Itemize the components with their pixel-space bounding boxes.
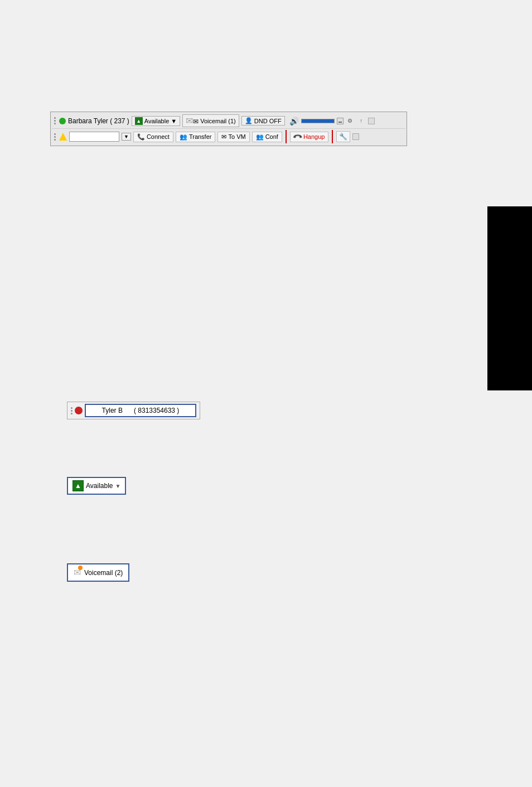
tovm-button[interactable]: ✉ To VM [217, 132, 249, 142]
available-person-icon: ▲ [72, 480, 84, 491]
call-drag-handle[interactable] [71, 407, 72, 414]
call-status-dot [75, 407, 83, 414]
conf-icon: 👥 [256, 133, 264, 141]
alert-icon [59, 133, 67, 141]
dial-dropdown[interactable]: ▼ [122, 133, 131, 141]
tools-icon-2[interactable]: ↑ [357, 117, 366, 125]
action-drag-handle[interactable] [54, 133, 56, 141]
caller-name: Tyler B [102, 407, 123, 414]
voicemail-label: Voicemail (1) [200, 118, 236, 124]
hangup-button[interactable]: 📞 Hangup [290, 132, 329, 142]
voicemail-icon-wrap: ✉ [74, 567, 81, 578]
transfer-label: Transfer [189, 133, 212, 140]
voicemail-widget[interactable]: ✉ Voicemail (2) [67, 563, 129, 582]
tools-icon-1[interactable]: ⚙ [346, 117, 355, 125]
tovm-icon: ✉ [221, 133, 226, 141]
conf-button[interactable]: 👥 Conf [252, 132, 282, 142]
status-dropdown-arrow: ▼ [171, 118, 177, 124]
volume-bar[interactable] [301, 119, 335, 123]
hangup-label: Hangup [303, 133, 325, 140]
call-info-box[interactable]: Tyler B ( 8313354633 ) [85, 404, 196, 417]
action-row: ▼ 📞 Connect 👥 Transfer ✉ To VM 👥 Conf 📞 … [52, 129, 405, 144]
conf-label: Conf [265, 133, 278, 140]
voicemail-button[interactable]: ✉ Voicemail (1) [182, 114, 239, 127]
status-label: Available [144, 118, 169, 124]
available-status-button[interactable]: ▲ Available ▼ [132, 116, 180, 126]
toolbar-drag-handle[interactable] [54, 117, 56, 124]
black-panel [487, 206, 532, 390]
connect-icon: 📞 [137, 133, 145, 141]
minimize-button[interactable] [337, 118, 344, 124]
tovm-label: To VM [228, 133, 245, 140]
transfer-icon: 👥 [180, 133, 187, 141]
red-divider-left [286, 130, 287, 143]
hangup-icon: 📞 [292, 131, 303, 142]
available-label: Available [86, 482, 113, 490]
red-divider-right [332, 130, 333, 143]
user-name-label: Barbara Tyler ( 237 ) [68, 117, 129, 125]
resize-handle[interactable] [368, 118, 375, 124]
main-toolbar: Barbara Tyler ( 237 ) ▲ Available ▼ ✉ Vo… [50, 112, 407, 146]
dial-input[interactable] [69, 132, 119, 142]
speaker-icon[interactable]: 🔊 [289, 117, 299, 125]
voicemail-icon: ✉ [186, 115, 199, 126]
caller-number: ( 8313354633 ) [134, 407, 179, 414]
available-dropdown-arrow: ▼ [115, 483, 120, 489]
voicemail-notification-dot [78, 566, 83, 570]
dnd-button[interactable]: 👤 DND OFF [241, 116, 285, 125]
connect-button[interactable]: 📞 Connect [133, 132, 173, 142]
dnd-icon: 👤 [245, 117, 253, 124]
person-icon: ▲ [135, 117, 143, 125]
voicemail-count-label: Voicemail (2) [84, 569, 123, 577]
wrench-icon: 🔧 [339, 133, 347, 141]
dnd-label: DND OFF [254, 118, 282, 124]
transfer-button[interactable]: 👥 Transfer [176, 132, 216, 142]
status-row: Barbara Tyler ( 237 ) ▲ Available ▼ ✉ Vo… [52, 113, 405, 129]
call-widget: Tyler B ( 8313354633 ) [67, 402, 200, 419]
wrench-button[interactable]: 🔧 [336, 131, 350, 142]
available-widget[interactable]: ▲ Available ▼ [67, 477, 126, 495]
row2-resize-handle[interactable] [352, 133, 359, 140]
user-status-dot [59, 118, 66, 124]
connect-label: Connect [147, 133, 170, 140]
